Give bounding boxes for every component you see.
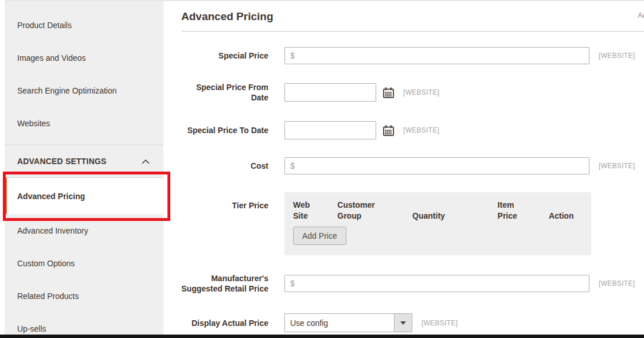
currency-symbol: $ — [285, 51, 295, 60]
sidebar-item-images-and-videos[interactable]: Images and Videos — [5, 41, 163, 74]
tier-col-action: Action — [549, 211, 583, 222]
tier-col-customer-group: Customer Group — [337, 200, 384, 222]
sidebar-item-custom-options[interactable]: Custom Options — [5, 247, 163, 279]
sidebar-item-label: Related Products — [17, 292, 79, 301]
special-price-input-wrap: $ — [284, 47, 590, 64]
sidebar-item-label: Advanced Pricing — [17, 192, 85, 201]
tier-price-table: Web Site Customer Group Quantity Item Pr… — [284, 192, 591, 255]
sidebar-item-label: Advanced Inventory — [17, 226, 88, 235]
select-dropdown-button[interactable] — [394, 313, 412, 332]
msrp-input-wrap: $ — [284, 275, 590, 292]
caret-down-icon — [400, 321, 406, 325]
page-title: Advanced Pricing — [181, 10, 644, 23]
select-current-value: Use config — [284, 313, 394, 332]
cost-input-wrap: $ — [284, 157, 590, 174]
sidebar-section-advanced-settings[interactable]: ADVANCED SETTINGS — [5, 145, 163, 177]
calendar-icon[interactable] — [383, 87, 394, 98]
sidebar-item-advanced-inventory[interactable]: Advanced Inventory — [5, 214, 163, 247]
sidebar-item-label: Up-sells — [17, 324, 46, 333]
display-actual-price-row: Display Actual Price Use config [WEBSITE… — [181, 313, 644, 332]
sidebar-item-websites[interactable]: Websites — [5, 107, 163, 139]
sidebar-item-advanced-pricing[interactable]: Advanced Pricing — [5, 177, 163, 214]
sidebar-item-label: Product Details — [17, 21, 72, 30]
sidebar-item-label: Websites — [17, 119, 50, 128]
scope-badge: [WEBSITE] — [421, 319, 458, 327]
sidebar-item-label: Search Engine Optimization — [17, 86, 117, 95]
sidebar-item-seo[interactable]: Search Engine Optimization — [5, 74, 163, 107]
calendar-icon[interactable] — [383, 125, 394, 136]
chevron-up-icon — [142, 157, 150, 166]
special-price-from-date-input-wrap — [284, 83, 376, 102]
msrp-label: Manufacturer's Suggested Retail Price — [181, 273, 268, 294]
sidebar-item-related-products[interactable]: Related Products — [5, 279, 163, 312]
sidebar-section-label: ADVANCED SETTINGS — [17, 157, 107, 166]
cost-row: Cost $ [WEBSITE] — [181, 157, 644, 174]
currency-symbol: $ — [285, 279, 295, 288]
sidebar-item-label: Images and Videos — [17, 53, 86, 63]
tier-col-web-site: Web Site — [293, 200, 320, 222]
special-price-label: Special Price — [181, 50, 268, 61]
bottom-screen-edge-bar — [0, 335, 644, 338]
msrp-row: Manufacturer's Suggested Retail Price $ … — [181, 273, 644, 294]
scope-badge: [WEBSITE] — [599, 279, 635, 288]
special-price-from-date-label: Special Price From Date — [181, 82, 268, 103]
tier-price-row: Tier Price Web Site Customer Group Quant… — [181, 192, 644, 255]
add-price-button[interactable]: Add Price — [293, 227, 346, 245]
special-price-row: Special Price $ [WEBSITE] — [181, 47, 644, 64]
special-price-to-date-row: Special Price To Date — [181, 121, 644, 139]
tier-col-item-price: Item Price — [498, 200, 524, 222]
scope-badge: [WEBSITE] — [599, 52, 635, 60]
special-price-input[interactable] — [295, 48, 589, 64]
sidebar-item-label: Custom Options — [17, 259, 75, 268]
msrp-input[interactable] — [295, 275, 589, 292]
advanced-pricing-panel: Ad Advanced Pricing Special Price $ [WEB… — [163, 0, 644, 338]
sidebar-item-product-details[interactable]: Product Details — [5, 9, 163, 41]
scope-badge: [WEBSITE] — [403, 88, 439, 96]
tier-col-quantity: Quantity — [412, 211, 468, 222]
special-price-from-date-input[interactable] — [285, 84, 376, 101]
special-price-to-date-input[interactable] — [285, 122, 376, 139]
special-price-from-date-row: Special Price From Date — [181, 82, 644, 103]
cost-label: Cost — [181, 161, 268, 171]
display-actual-price-select[interactable]: Use config — [284, 313, 412, 332]
scope-badge: [WEBSITE] — [599, 162, 635, 170]
cost-input[interactable] — [295, 158, 589, 174]
currency-symbol: $ — [285, 161, 295, 170]
display-actual-price-label: Display Actual Price — [181, 318, 268, 328]
product-settings-sidebar: Product Details Images and Videos Search… — [5, 0, 163, 335]
clipped-top-right-text[interactable]: Ad — [638, 11, 644, 20]
tier-price-label: Tier Price — [181, 192, 268, 211]
special-price-to-date-input-wrap — [284, 121, 376, 139]
special-price-to-date-label: Special Price To Date — [181, 125, 268, 135]
title-divider — [181, 31, 644, 32]
tier-price-header-row: Web Site Customer Group Quantity Item Pr… — [293, 200, 583, 222]
scope-badge: [WEBSITE] — [403, 126, 439, 134]
